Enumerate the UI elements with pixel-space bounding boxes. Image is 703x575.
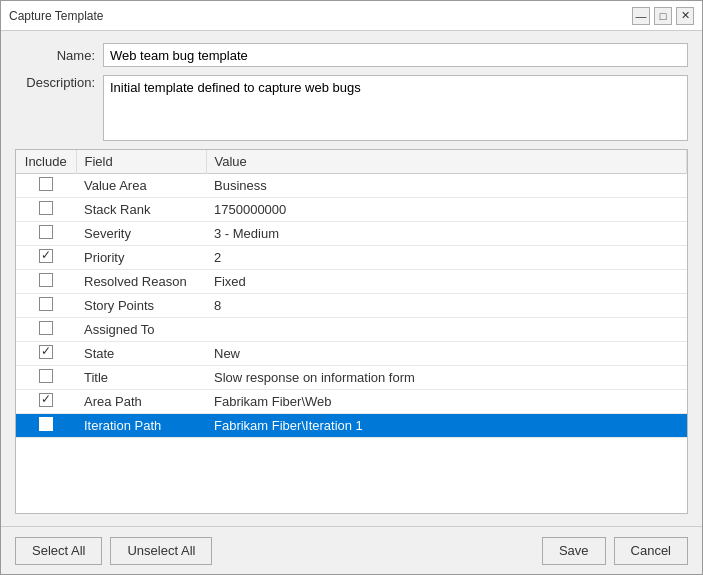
row-field: Stack Rank — [76, 198, 206, 222]
name-label: Name: — [15, 48, 95, 63]
row-checkbox[interactable] — [39, 321, 53, 335]
table-row[interactable]: TitleSlow response on information form — [16, 366, 687, 390]
row-value: 3 - Medium — [206, 222, 687, 246]
row-value: Fabrikam Fiber\Iteration 1 — [206, 414, 687, 438]
row-field: State — [76, 342, 206, 366]
unselect-all-button[interactable]: Unselect All — [110, 537, 212, 565]
row-checkbox[interactable] — [39, 297, 53, 311]
row-checkbox[interactable] — [39, 177, 53, 191]
window-title: Capture Template — [9, 9, 104, 23]
row-checkbox[interactable] — [39, 201, 53, 215]
fields-table: Include Field Value Value AreaBusinessSt… — [16, 150, 687, 438]
row-field: Priority — [76, 246, 206, 270]
cancel-button[interactable]: Cancel — [614, 537, 688, 565]
row-field: Area Path — [76, 390, 206, 414]
footer: Select All Unselect All Save Cancel — [1, 526, 702, 574]
row-checkbox[interactable] — [39, 369, 53, 383]
row-field: Severity — [76, 222, 206, 246]
header-include: Include — [16, 150, 76, 174]
maximize-button[interactable]: □ — [654, 7, 672, 25]
title-bar: Capture Template — □ ✕ — [1, 1, 702, 31]
description-textarea[interactable] — [103, 75, 688, 141]
description-label: Description: — [15, 75, 95, 90]
row-checkbox[interactable] — [39, 249, 53, 263]
table-row[interactable]: Resolved ReasonFixed — [16, 270, 687, 294]
footer-right-buttons: Save Cancel — [542, 537, 688, 565]
row-field: Assigned To — [76, 318, 206, 342]
row-checkbox[interactable] — [39, 273, 53, 287]
table-row[interactable]: Priority2 — [16, 246, 687, 270]
row-field: Story Points — [76, 294, 206, 318]
table-row[interactable]: Iteration PathFabrikam Fiber\Iteration 1 — [16, 414, 687, 438]
fields-table-container: Include Field Value Value AreaBusinessSt… — [15, 149, 688, 514]
row-value: 8 — [206, 294, 687, 318]
name-input[interactable] — [103, 43, 688, 67]
table-row[interactable]: StateNew — [16, 342, 687, 366]
row-field: Resolved Reason — [76, 270, 206, 294]
close-button[interactable]: ✕ — [676, 7, 694, 25]
main-content: Name: Description: Include Field Value V… — [1, 31, 702, 526]
row-field: Title — [76, 366, 206, 390]
table-header-row: Include Field Value — [16, 150, 687, 174]
name-row: Name: — [15, 43, 688, 67]
row-value: Slow response on information form — [206, 366, 687, 390]
row-checkbox[interactable] — [39, 345, 53, 359]
table-row[interactable]: Value AreaBusiness — [16, 174, 687, 198]
row-value: Business — [206, 174, 687, 198]
capture-template-window: Capture Template — □ ✕ Name: Description… — [0, 0, 703, 575]
row-checkbox[interactable] — [39, 417, 53, 431]
save-button[interactable]: Save — [542, 537, 606, 565]
row-checkbox[interactable] — [39, 225, 53, 239]
select-all-button[interactable]: Select All — [15, 537, 102, 565]
row-field: Value Area — [76, 174, 206, 198]
row-field: Iteration Path — [76, 414, 206, 438]
table-row[interactable]: Story Points8 — [16, 294, 687, 318]
window-controls: — □ ✕ — [632, 7, 694, 25]
footer-left-buttons: Select All Unselect All — [15, 537, 212, 565]
table-row[interactable]: Stack Rank1750000000 — [16, 198, 687, 222]
header-value: Value — [206, 150, 687, 174]
row-checkbox[interactable] — [39, 393, 53, 407]
row-value: Fabrikam Fiber\Web — [206, 390, 687, 414]
header-field: Field — [76, 150, 206, 174]
row-value: Fixed — [206, 270, 687, 294]
minimize-button[interactable]: — — [632, 7, 650, 25]
row-value: 1750000000 — [206, 198, 687, 222]
table-row[interactable]: Area PathFabrikam Fiber\Web — [16, 390, 687, 414]
description-row: Description: — [15, 75, 688, 141]
row-value: New — [206, 342, 687, 366]
table-row[interactable]: Assigned To — [16, 318, 687, 342]
table-row[interactable]: Severity3 - Medium — [16, 222, 687, 246]
row-value — [206, 318, 687, 342]
row-value: 2 — [206, 246, 687, 270]
